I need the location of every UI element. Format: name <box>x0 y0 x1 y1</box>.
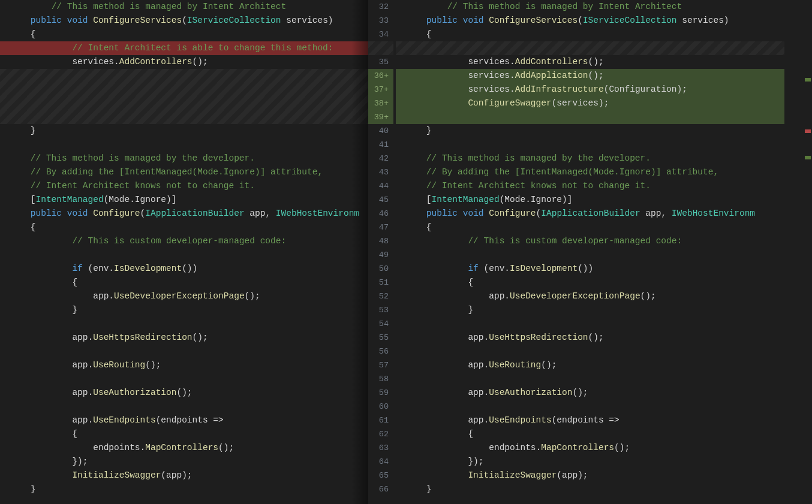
code-line[interactable] <box>396 345 812 358</box>
minimap-marker[interactable] <box>805 156 811 159</box>
code-line[interactable]: { <box>0 276 368 289</box>
code-line[interactable]: // This is custom developer-managed code… <box>396 234 812 248</box>
code-line[interactable]: } <box>396 124 812 138</box>
code-line[interactable] <box>396 372 812 386</box>
line-number[interactable]: 52 <box>368 289 393 303</box>
code-line[interactable] <box>0 372 368 386</box>
line-number[interactable]: 38+ <box>368 96 393 110</box>
line-number[interactable]: 36+ <box>368 69 393 83</box>
code-line[interactable]: public void Configure(IApplicationBuilde… <box>396 207 812 221</box>
code-line[interactable]: }); <box>0 455 368 469</box>
code-line[interactable]: app.UseHttpsRedirection(); <box>0 331 368 345</box>
code-line[interactable]: app.UseHttpsRedirection(); <box>396 331 812 345</box>
line-number[interactable]: 64 <box>368 455 393 469</box>
line-number[interactable]: 46 <box>368 207 393 221</box>
code-line[interactable]: // This method is managed by the develop… <box>396 152 812 165</box>
code-line[interactable]: public void ConfigureServices(IServiceCo… <box>396 14 812 28</box>
code-line[interactable] <box>0 345 368 358</box>
code-line[interactable] <box>0 400 368 414</box>
code-line[interactable]: // This is custom developer-managed code… <box>0 234 368 248</box>
code-line[interactable]: services.AddControllers(); <box>396 55 812 69</box>
code-line[interactable]: [IntentManaged(Mode.Ignore)] <box>0 193 368 207</box>
code-line[interactable]: { <box>396 427 812 441</box>
line-number[interactable]: 44 <box>368 179 393 193</box>
code-line[interactable]: } <box>396 303 812 317</box>
minimap-marker[interactable] <box>805 78 811 82</box>
line-number-gutter[interactable]: 3233343536+37+38+39+40414243444546474849… <box>368 0 396 504</box>
line-number[interactable]: 42 <box>368 152 393 165</box>
line-number[interactable]: 40 <box>368 124 393 138</box>
line-number[interactable]: 66 <box>368 482 393 496</box>
line-number[interactable]: 43 <box>368 165 393 179</box>
line-number[interactable]: 53 <box>368 303 393 317</box>
line-number[interactable]: 61 <box>368 414 393 427</box>
line-number[interactable]: 41 <box>368 138 393 152</box>
code-line[interactable] <box>0 110 368 124</box>
code-line[interactable]: services.AddApplication(); <box>396 69 812 83</box>
line-number[interactable]: 59 <box>368 386 393 400</box>
code-line[interactable]: if (env.IsDevelopment()) <box>0 262 368 276</box>
line-number[interactable]: 65 <box>368 469 393 482</box>
code-line[interactable]: public void ConfigureServices(IServiceCo… <box>0 14 368 28</box>
code-line[interactable]: { <box>396 221 812 234</box>
code-line[interactable]: app.UseEndpoints(endpoints => <box>0 414 368 427</box>
right-code-pane[interactable]: // This method is managed by Intent Arch… <box>396 0 812 504</box>
code-line[interactable]: services.AddControllers(); <box>0 55 368 69</box>
code-line[interactable]: app.UseDeveloperExceptionPage(); <box>396 289 812 303</box>
line-number[interactable] <box>368 41 393 55</box>
code-line[interactable] <box>0 69 368 83</box>
line-number[interactable]: 60 <box>368 400 393 414</box>
line-number[interactable]: 56 <box>368 345 393 358</box>
code-line[interactable]: } <box>0 482 368 496</box>
code-line[interactable] <box>396 400 812 414</box>
line-number[interactable]: 37+ <box>368 83 393 96</box>
code-line[interactable]: // Intent Architect knows not to change … <box>0 179 368 193</box>
code-line[interactable]: // This method is managed by Intent Arch… <box>0 0 368 14</box>
code-line[interactable]: InitializeSwagger(app); <box>0 469 368 482</box>
line-number[interactable]: 39+ <box>368 110 393 124</box>
line-number[interactable]: 57 <box>368 358 393 372</box>
code-line[interactable]: { <box>0 221 368 234</box>
code-line[interactable]: app.UseRouting(); <box>396 358 812 372</box>
code-line[interactable] <box>396 248 812 262</box>
code-line[interactable]: // By adding the [IntentManaged(Mode.Ign… <box>396 165 812 179</box>
line-number[interactable]: 63 <box>368 441 393 455</box>
code-line[interactable]: InitializeSwagger(app); <box>396 469 812 482</box>
line-number[interactable]: 47 <box>368 221 393 234</box>
code-line[interactable]: // This method is managed by Intent Arch… <box>396 0 812 14</box>
line-number[interactable]: 32 <box>368 0 393 14</box>
code-line[interactable]: { <box>0 28 368 41</box>
left-code-pane[interactable]: // This method is managed by Intent Arch… <box>0 0 368 504</box>
code-line[interactable] <box>0 248 368 262</box>
code-line[interactable]: services.AddInfrastructure(Configuration… <box>396 83 812 96</box>
line-number[interactable]: 54 <box>368 317 393 331</box>
line-number[interactable]: 45 <box>368 193 393 207</box>
code-line[interactable]: [IntentManaged(Mode.Ignore)] <box>396 193 812 207</box>
code-line[interactable] <box>396 110 812 124</box>
line-number[interactable]: 55 <box>368 331 393 345</box>
code-line[interactable]: { <box>396 28 812 41</box>
code-line[interactable] <box>0 96 368 110</box>
code-line[interactable]: app.UseAuthorization(); <box>396 386 812 400</box>
code-line[interactable]: // Intent Architect is able to change th… <box>0 41 368 55</box>
code-line[interactable]: app.UseAuthorization(); <box>0 386 368 400</box>
line-number[interactable]: 51 <box>368 276 393 289</box>
code-line[interactable]: public void Configure(IApplicationBuilde… <box>0 207 368 221</box>
code-line[interactable]: // Intent Architect knows not to change … <box>396 179 812 193</box>
code-line[interactable] <box>396 138 812 152</box>
code-line[interactable]: ConfigureSwagger(services); <box>396 96 812 110</box>
line-number[interactable]: 58 <box>368 372 393 386</box>
minimap[interactable] <box>784 0 812 504</box>
code-line[interactable]: app.UseRouting(); <box>0 358 368 372</box>
code-line[interactable]: app.UseEndpoints(endpoints => <box>396 414 812 427</box>
line-number[interactable]: 35 <box>368 55 393 69</box>
code-line[interactable] <box>396 317 812 331</box>
line-number[interactable]: 48 <box>368 234 393 248</box>
code-line[interactable]: } <box>396 482 812 496</box>
line-number[interactable]: 62 <box>368 427 393 441</box>
code-line[interactable]: endpoints.MapControllers(); <box>396 441 812 455</box>
code-line[interactable]: app.UseDeveloperExceptionPage(); <box>0 289 368 303</box>
code-line[interactable]: } <box>0 303 368 317</box>
code-line[interactable]: } <box>0 124 368 138</box>
line-number[interactable]: 33 <box>368 14 393 28</box>
